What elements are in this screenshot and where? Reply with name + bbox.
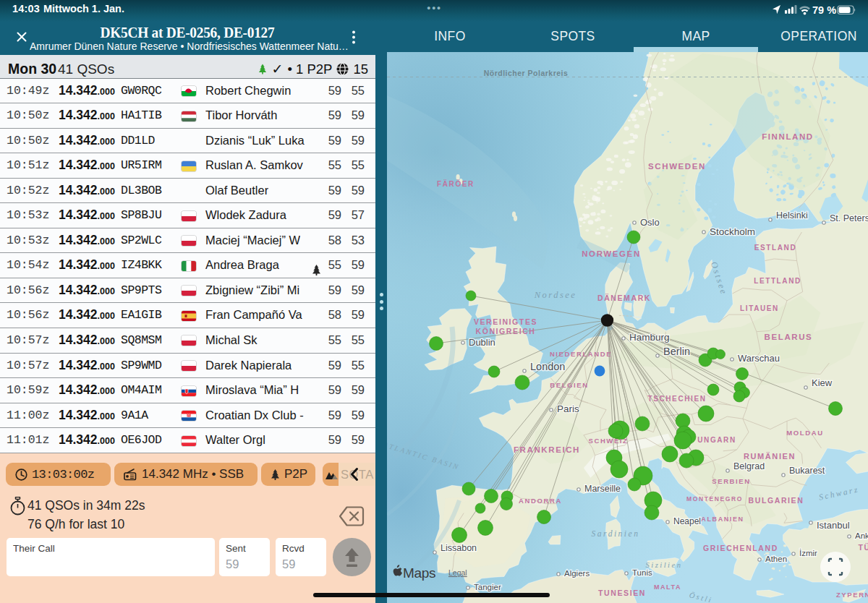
svg-text:Tangier: Tangier: [474, 583, 501, 591]
svg-text:Ank: Ank: [855, 531, 868, 540]
svg-text:ALBANIEN: ALBANIEN: [701, 516, 744, 523]
svg-text:UNGARN: UNGARN: [697, 436, 736, 444]
svg-text:Belgrad: Belgrad: [733, 461, 765, 471]
svg-text:SCHWEIZ: SCHWEIZ: [588, 437, 628, 445]
svg-text:Marseille: Marseille: [584, 484, 621, 494]
svg-text:Istanbul: Istanbul: [817, 520, 850, 531]
svg-text:MOLDAU: MOLDAU: [786, 429, 823, 437]
svg-text:DÄNEMARK: DÄNEMARK: [597, 294, 651, 302]
svg-text:Hamburg: Hamburg: [629, 332, 670, 343]
svg-text:Sardinien: Sardinien: [592, 529, 640, 538]
svg-text:KÖNIGREICH: KÖNIGREICH: [475, 327, 535, 335]
svg-text:LETTLAND: LETTLAND: [754, 277, 801, 285]
svg-text:Nördlicher Polarkreis: Nördlicher Polarkreis: [484, 69, 569, 77]
svg-text:Neapel: Neapel: [673, 516, 701, 526]
svg-text:NIEDERLANDE: NIEDERLANDE: [550, 350, 612, 358]
svg-text:ESTLAND: ESTLAND: [754, 244, 796, 252]
svg-text:MALTA: MALTA: [654, 583, 681, 591]
svg-text:Algiers: Algiers: [564, 569, 590, 578]
svg-text:St. Petersb: St. Petersb: [830, 213, 868, 223]
svg-text:Maps: Maps: [403, 565, 435, 581]
svg-text:FINNLAND: FINNLAND: [762, 132, 814, 141]
svg-text:Helsinki: Helsinki: [776, 210, 808, 221]
svg-text:BELARUS: BELARUS: [765, 333, 813, 341]
svg-text:SERBIEN: SERBIEN: [712, 477, 750, 485]
svg-text:Stockholm: Stockholm: [710, 226, 755, 237]
svg-text:Athen: Athen: [765, 555, 787, 563]
svg-text:LITAUEN: LITAUEN: [740, 304, 779, 312]
svg-text:Nordsee: Nordsee: [534, 290, 577, 300]
svg-text:TSCHECHIEN: TSCHECHIEN: [647, 395, 706, 403]
svg-text:Bukarest: Bukarest: [789, 466, 825, 476]
svg-text:Warschau: Warschau: [738, 353, 780, 364]
svg-text:Kiew: Kiew: [812, 377, 833, 388]
svg-text:GRIECHENLAND: GRIECHENLAND: [703, 544, 778, 552]
svg-text:VEREINIGTES: VEREINIGTES: [474, 317, 537, 326]
svg-text:MONTENEGRO: MONTENEGRO: [686, 495, 743, 502]
svg-text:FÄRÖER: FÄRÖER: [437, 179, 475, 188]
svg-text:BELGIEN: BELGIEN: [550, 381, 588, 389]
svg-text:Dublin: Dublin: [469, 337, 495, 348]
svg-text:Paris: Paris: [557, 403, 579, 414]
svg-text:SCHWEDEN: SCHWEDEN: [648, 162, 706, 171]
svg-text:Lissabon: Lissabon: [441, 543, 477, 553]
svg-text:London: London: [530, 361, 565, 372]
svg-text:79 %: 79 %: [812, 4, 836, 16]
svg-text:İzmir: İzmir: [799, 549, 817, 557]
svg-text:ZYPERN: ZYPERN: [836, 591, 868, 599]
svg-text:Oslo: Oslo: [640, 217, 660, 228]
svg-text:TÜ: TÜ: [858, 543, 868, 552]
svg-text:Tunis: Tunis: [632, 568, 652, 577]
svg-text:ANDORRA: ANDORRA: [519, 497, 562, 505]
svg-text:FRANKREICH: FRANKREICH: [514, 445, 580, 454]
svg-text:TUNESIEN: TUNESIEN: [598, 589, 646, 597]
svg-text:NORWEGEN: NORWEGEN: [582, 249, 641, 258]
svg-text:Legal: Legal: [448, 568, 467, 577]
svg-text:RUMÄNIEN: RUMÄNIEN: [744, 452, 796, 461]
svg-text:BULGARIEN: BULGARIEN: [749, 496, 804, 505]
svg-text:Berlin: Berlin: [663, 346, 690, 357]
